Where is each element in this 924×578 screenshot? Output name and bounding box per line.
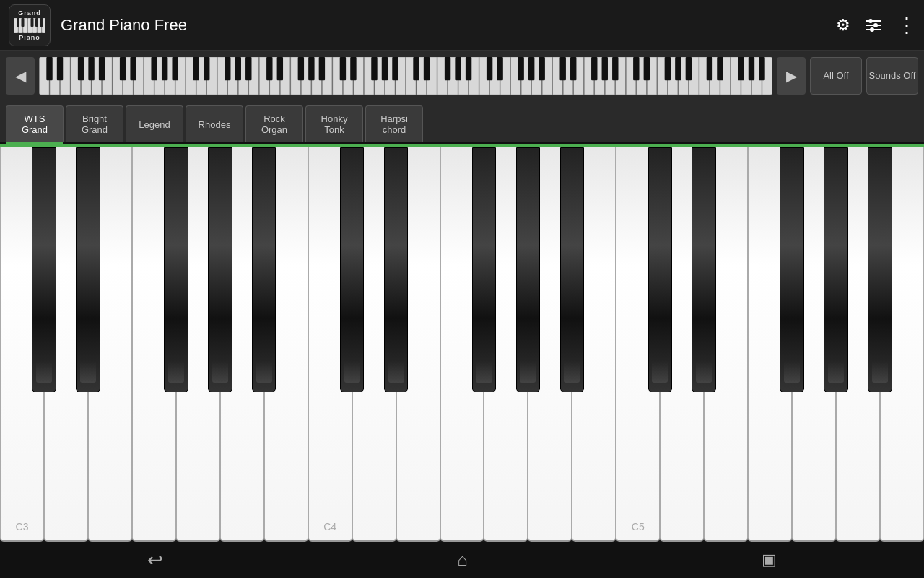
svg-rect-112 xyxy=(392,57,398,80)
black-key-19[interactable] xyxy=(868,147,892,392)
all-off-button[interactable]: All Off xyxy=(810,57,862,95)
svg-rect-116 xyxy=(455,57,461,80)
svg-rect-91 xyxy=(88,57,94,80)
svg-rect-88 xyxy=(46,57,52,80)
svg-rect-9 xyxy=(31,18,34,27)
logo-text: Grand xyxy=(14,9,45,17)
svg-rect-89 xyxy=(57,57,63,80)
piano-area: C3C4C5 xyxy=(0,147,924,542)
svg-point-16 xyxy=(873,23,878,27)
sounds-off-button[interactable]: Sounds Off xyxy=(866,57,918,95)
black-key-10[interactable] xyxy=(472,147,497,392)
mini-keys-container[interactable] xyxy=(39,57,772,95)
mini-keyboard-svg xyxy=(39,57,772,95)
black-key-12[interactable] xyxy=(560,147,585,392)
svg-rect-95 xyxy=(151,57,157,80)
home-button[interactable]: ⌂ xyxy=(457,550,468,570)
svg-rect-124 xyxy=(570,57,576,80)
svg-rect-8 xyxy=(22,18,25,27)
svg-rect-98 xyxy=(193,57,199,80)
black-key-15[interactable] xyxy=(692,147,716,392)
back-button[interactable]: ↩ xyxy=(147,549,163,571)
svg-rect-105 xyxy=(298,57,304,80)
instrument-tabs: WTSGrand BrightGrand Legend Rhodes RockO… xyxy=(0,101,924,144)
svg-rect-117 xyxy=(466,57,471,80)
equalizer-icon[interactable] xyxy=(863,15,884,35)
tab-legend[interactable]: Legend xyxy=(126,105,183,142)
svg-rect-125 xyxy=(591,57,597,80)
black-key-14[interactable] xyxy=(648,147,673,392)
tab-bright-grand[interactable]: BrightGrand xyxy=(66,105,123,142)
black-key-0[interactable] xyxy=(32,147,56,392)
svg-rect-135 xyxy=(738,57,744,80)
svg-rect-123 xyxy=(560,57,566,80)
black-key-7[interactable] xyxy=(340,147,365,392)
svg-rect-114 xyxy=(424,57,430,80)
header: Grand Piano Grand Piano Free ⚙︎ xyxy=(0,0,924,51)
logo-text2: Piano xyxy=(14,34,45,41)
black-key-3[interactable] xyxy=(164,147,188,392)
black-key-18[interactable] xyxy=(824,147,848,392)
svg-rect-120 xyxy=(518,57,523,80)
black-key-17[interactable] xyxy=(780,147,804,392)
svg-rect-137 xyxy=(759,57,764,80)
svg-rect-113 xyxy=(413,57,419,80)
svg-rect-90 xyxy=(78,57,84,80)
svg-rect-97 xyxy=(172,57,178,80)
svg-point-17 xyxy=(870,27,874,32)
mixer-icon[interactable]: ⚙︎ xyxy=(836,16,850,35)
svg-rect-131 xyxy=(675,57,681,80)
app-logo[interactable]: Grand Piano xyxy=(9,4,51,46)
svg-rect-106 xyxy=(308,57,314,80)
svg-rect-104 xyxy=(277,57,283,80)
bottom-nav: ↩ ⌂ ▣ xyxy=(0,542,924,578)
black-key-11[interactable] xyxy=(516,147,541,392)
svg-rect-92 xyxy=(99,57,105,80)
svg-rect-127 xyxy=(612,57,618,80)
recents-button[interactable]: ▣ xyxy=(762,551,777,569)
svg-rect-118 xyxy=(487,57,492,80)
svg-rect-10 xyxy=(35,18,38,27)
svg-rect-132 xyxy=(686,57,692,80)
svg-rect-110 xyxy=(371,57,377,80)
tab-wts-grand[interactable]: WTSGrand xyxy=(6,105,64,142)
svg-rect-101 xyxy=(235,57,241,80)
svg-rect-128 xyxy=(633,57,639,80)
svg-rect-129 xyxy=(644,57,650,80)
svg-rect-7 xyxy=(17,18,19,27)
svg-rect-93 xyxy=(120,57,126,80)
scroll-right-arrow[interactable]: ▶ xyxy=(777,57,806,95)
more-menu-icon[interactable]: ⋮ xyxy=(897,13,915,37)
svg-rect-115 xyxy=(445,57,450,80)
logo-piano-keys xyxy=(14,18,45,34)
black-key-5[interactable] xyxy=(252,147,276,392)
svg-rect-99 xyxy=(204,57,209,80)
svg-rect-96 xyxy=(162,57,167,80)
black-key-8[interactable] xyxy=(384,147,409,392)
svg-rect-119 xyxy=(497,57,502,80)
black-key-4[interactable] xyxy=(208,147,232,392)
svg-rect-130 xyxy=(665,57,671,80)
svg-rect-136 xyxy=(749,57,754,80)
tab-rock-organ[interactable]: RockOrgan xyxy=(245,105,303,142)
svg-rect-103 xyxy=(266,57,272,80)
scroll-left-arrow[interactable]: ◀ xyxy=(6,57,35,95)
svg-point-15 xyxy=(868,19,873,23)
svg-rect-133 xyxy=(707,57,712,80)
svg-rect-134 xyxy=(717,57,723,80)
svg-rect-109 xyxy=(350,57,356,80)
tab-honky-tonk[interactable]: HonkyTonk xyxy=(305,105,363,142)
svg-rect-108 xyxy=(340,57,346,80)
app-title: Grand Piano Free xyxy=(61,16,836,35)
header-actions: ⚙︎ ⋮ xyxy=(836,13,915,37)
svg-rect-100 xyxy=(225,57,230,80)
svg-rect-122 xyxy=(539,57,544,80)
tab-rhodes[interactable]: Rhodes xyxy=(186,105,243,142)
svg-rect-94 xyxy=(130,57,136,80)
mini-keyboard-row: ◀ ▶ All Off Sounds Off xyxy=(0,51,924,101)
svg-rect-11 xyxy=(40,18,43,27)
black-key-1[interactable] xyxy=(76,147,100,392)
svg-rect-111 xyxy=(382,57,388,80)
svg-rect-102 xyxy=(245,57,251,80)
tab-harpsichord[interactable]: Harpsichord xyxy=(365,105,423,142)
